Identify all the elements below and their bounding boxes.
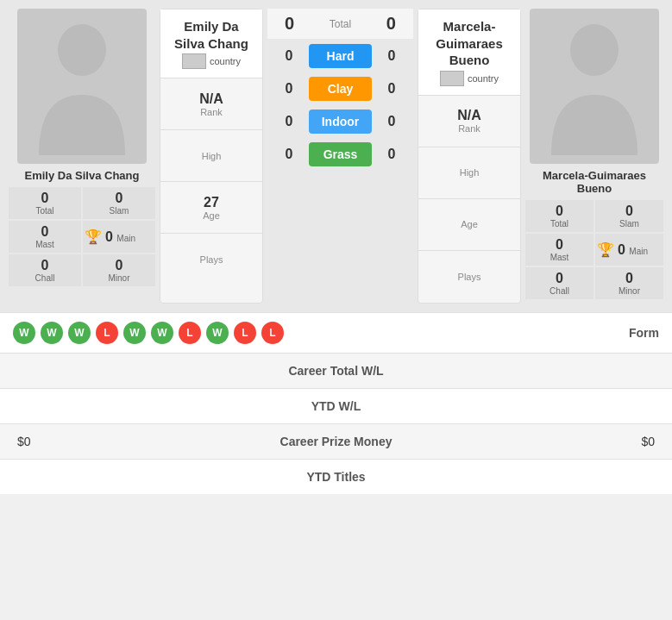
clay-badge: Clay [309, 77, 372, 101]
left-center-name: Emily Da Silva Chang [167, 18, 255, 52]
stats-center-label-0: Career Total W/L [121, 364, 551, 378]
left-rank-cell: N/A Rank [160, 78, 262, 130]
svg-point-1 [570, 24, 619, 76]
player-avatar-right [530, 9, 659, 164]
right-high-cell: High [418, 147, 520, 199]
player-left-card: Emily Da Silva Chang 0 Total 0 Slam 0 Ma… [9, 9, 155, 304]
stats-left-2: $0 [17, 435, 121, 448]
player-left-stats-grid: 0 Total 0 Slam 0 Mast 🏆 0 Main [9, 187, 155, 286]
stat-minor-left: 0 Minor [83, 254, 155, 286]
form-badge-7: W [206, 322, 229, 344]
total-right: 0 [386, 14, 396, 34]
form-badge-9: L [261, 322, 284, 344]
player-right-stats-grid: 0 Total 0 Slam 0 Mast 🏆 0 Main [525, 200, 663, 299]
stats-right-2: $0 [551, 435, 655, 448]
right-flag-img [440, 71, 464, 86]
left-country-flag: country [182, 53, 241, 69]
surface-row-clay: 0 Clay 0 [267, 73, 413, 104]
form-badge-3: L [96, 322, 118, 344]
form-badge-2: W [68, 322, 91, 344]
form-badge-6: L [179, 322, 201, 344]
trophy-icon-left: 🏆 [85, 229, 102, 245]
indoor-left-score: 0 [276, 114, 302, 129]
stat-slam-left: 0 Slam [83, 187, 155, 219]
left-plays-cell: Plays [160, 234, 262, 285]
stat-slam-right: 0 Slam [595, 200, 663, 232]
grass-right-score: 0 [379, 147, 405, 162]
total-row: 0 Total 0 [267, 9, 413, 39]
hard-badge: Hard [309, 44, 372, 68]
stat-chall-left: 0 Chall [9, 254, 81, 286]
stats-row-2: $0Career Prize Money$0 [0, 423, 672, 459]
stats-center-label-2: Career Prize Money [121, 435, 551, 448]
clay-left-score: 0 [276, 81, 302, 97]
clay-right-score: 0 [379, 81, 405, 97]
player-info-right: Marcela-Guimaraes Bueno country N/A Rank… [418, 9, 521, 304]
total-left: 0 [285, 14, 294, 34]
hard-left-score: 0 [276, 48, 302, 64]
right-center-name: Marcela-Guimaraes Bueno [425, 18, 513, 69]
hard-right-score: 0 [379, 48, 405, 64]
surface-row-hard: 0 Hard 0 [267, 41, 413, 72]
form-badge-8: L [234, 322, 256, 344]
stat-main-left: 🏆 0 Main [83, 221, 155, 253]
grass-left-score: 0 [276, 147, 302, 162]
right-country-flag: country [440, 71, 499, 86]
right-age-cell: Age [418, 199, 520, 251]
stats-center-label-3: YTD Titles [121, 470, 551, 484]
stat-mast-left: 0 Mast [9, 221, 81, 253]
player-right-card: Marcela-Guimaraes Bueno 0 Total 0 Slam 0… [525, 9, 663, 304]
stat-total-left: 0 Total [9, 187, 81, 219]
surface-row-grass: 0 Grass 0 [267, 139, 413, 170]
left-age-cell: 27 Age [160, 182, 262, 234]
stats-row-3: YTD Titles [0, 459, 672, 494]
indoor-right-score: 0 [379, 114, 405, 129]
stats-center-label-1: YTD W/L [121, 399, 551, 413]
indoor-badge: Indoor [309, 110, 372, 134]
form-badge-1: W [41, 322, 63, 344]
stat-total-right: 0 Total [525, 200, 593, 232]
player-right-name: Marcela-Guimaraes Bueno [525, 169, 663, 195]
grass-badge: Grass [309, 142, 372, 166]
surface-row-indoor: 0 Indoor 0 [267, 106, 413, 137]
form-badge-0: W [13, 322, 35, 344]
stat-minor-right: 0 Minor [595, 267, 663, 299]
right-plays-cell: Plays [418, 251, 520, 303]
form-section: WWWLWWLWLLForm [0, 312, 672, 353]
right-rank-cell: N/A Rank [418, 96, 520, 147]
left-high-cell: High [160, 130, 262, 182]
stat-main-right: 🏆 0 Main [595, 234, 663, 266]
form-badge-5: W [151, 322, 173, 344]
form-badge-4: W [123, 322, 146, 344]
player-avatar-left [17, 9, 147, 164]
svg-point-0 [58, 24, 106, 76]
stat-chall-right: 0 Chall [525, 267, 593, 299]
player-info-left: Emily Da Silva Chang country N/A Rank Hi… [160, 9, 263, 304]
stats-row-0: Career Total W/L [0, 353, 672, 388]
form-label: Form [629, 326, 659, 340]
main-container: Emily Da Silva Chang 0 Total 0 Slam 0 Ma… [0, 0, 672, 494]
stat-mast-right: 0 Mast [525, 234, 593, 266]
players-section: Emily Da Silva Chang 0 Total 0 Slam 0 Ma… [0, 0, 672, 312]
center-scores-section: 0 Total 0 0 Hard 0 0 Clay 0 0 Indoor 0 0 [267, 9, 413, 304]
trophy-icon-right: 🏆 [597, 241, 614, 258]
left-flag-img [182, 53, 206, 69]
stats-row-1: YTD W/L [0, 388, 672, 423]
total-label: Total [330, 18, 351, 30]
bottom-rows-container: Career Total W/LYTD W/L$0Career Prize Mo… [0, 353, 672, 494]
player-left-name: Emily Da Silva Chang [25, 169, 140, 182]
